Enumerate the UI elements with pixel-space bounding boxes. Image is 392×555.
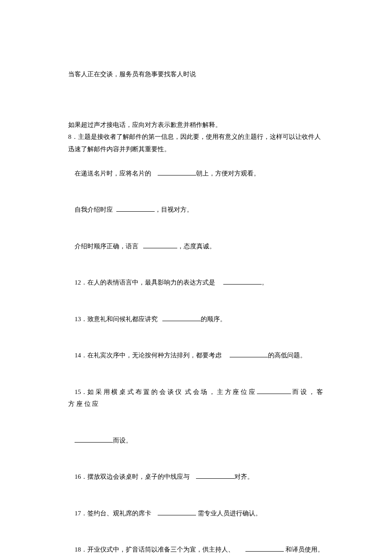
line-16: 16．摆放双边会谈桌时，桌子的中线应与 对齐。 bbox=[68, 459, 324, 495]
blank-18 bbox=[245, 545, 284, 552]
line-13-post: 的顺序。 bbox=[201, 316, 226, 322]
line-9-post: 朝上，方便对方观看。 bbox=[196, 170, 260, 177]
line-16-post: 对齐。 bbox=[234, 473, 254, 480]
line-15-pre: 15．如 采 用 横 桌 式 布 置 的 会 谈 仪 式 会 场 ， 主 方 座… bbox=[75, 388, 255, 395]
page-content: 当客人正在交谈，服务员有急事要找客人时说 如果超过声才接电话，应向对方表示歉意并… bbox=[0, 0, 392, 555]
line-14-post: 的高低问题。 bbox=[268, 352, 306, 359]
blank-15b bbox=[75, 436, 113, 443]
blank-16 bbox=[196, 472, 234, 479]
line-15a: 15．如 采 用 横 桌 式 布 置 的 会 谈 仪 式 会 场 ， 主 方 座… bbox=[68, 374, 324, 422]
line-11-pre: 介绍时顺序正确，语言 bbox=[75, 243, 138, 250]
line-17: 17．签约台、观礼席的席卡 需专业人员进行确认。 bbox=[68, 495, 324, 532]
line-14-pre: 14．在礼宾次序中，无论按何种方法排列，都要考虑 bbox=[75, 352, 222, 359]
line-11-post: ，态度真诚。 bbox=[177, 243, 216, 250]
line-17-pre: 17．签约台、观礼席的席卡 bbox=[75, 510, 151, 517]
blank-12 bbox=[223, 278, 262, 285]
line-18: 18．开业仪式中，扩音话筒以准备三个为宜，供主持人、 和译员使用。 bbox=[68, 532, 324, 555]
line-top: 当客人正在交谈，服务员有急事要找客人时说 bbox=[68, 68, 324, 81]
line-8b: 迅速了解邮件内容并判断其重要性。 bbox=[68, 143, 324, 155]
line-17-post: 需专业人员进行确认。 bbox=[196, 510, 262, 517]
line-15-post: 而设。 bbox=[113, 437, 132, 444]
line-9-pre: 在递送名片时，应将名片的 bbox=[75, 170, 151, 177]
blank-11 bbox=[143, 242, 177, 248]
line-10-pre: 自我介绍时应 bbox=[75, 206, 113, 213]
line-8a: 8．主题是接收者了解邮件的第一信息，因此要，使用有意义的主题行，这样可以让收件人 bbox=[68, 131, 324, 143]
blank-15a bbox=[257, 387, 291, 394]
line-7: 如果超过声才接电话，应向对方表示歉意并稍作解释。 bbox=[68, 119, 324, 131]
line-12: 12．在人的表情语言中，最具影响力的表达方式是 。 bbox=[68, 265, 324, 301]
blank-17 bbox=[158, 509, 196, 515]
blank-13 bbox=[162, 314, 201, 321]
line-9: 在递送名片时，应将名片的 朝上，方便对方观看。 bbox=[68, 155, 324, 192]
blank-10 bbox=[116, 205, 155, 212]
line-15b: 而设。 bbox=[68, 422, 324, 459]
line-12-post: 。 bbox=[262, 279, 268, 286]
line-14: 14．在礼宾次序中，无论按何种方法排列，都要考虑 的高低问题。 bbox=[68, 337, 324, 374]
line-10: 自我介绍时应 ，目视对方。 bbox=[68, 192, 324, 228]
line-13-pre: 13．致意礼和问候礼都应讲究 bbox=[75, 316, 158, 322]
line-11: 介绍时顺序正确，语言 ，态度真诚。 bbox=[68, 228, 324, 265]
line-12-pre: 12．在人的表情语言中，最具影响力的表达方式是 bbox=[75, 279, 215, 286]
blank-9 bbox=[158, 169, 196, 175]
line-16-pre: 16．摆放双边会谈桌时，桌子的中线应与 bbox=[75, 473, 190, 480]
line-13: 13．致意礼和问候礼都应讲究 的顺序。 bbox=[68, 301, 324, 337]
line-18-post: 和译员使用。 bbox=[284, 546, 324, 553]
line-18-pre: 18．开业仪式中，扩音话筒以准备三个为宜，供主持人、 bbox=[75, 546, 234, 553]
line-10-post: ，目视对方。 bbox=[155, 206, 193, 213]
blank-14 bbox=[230, 351, 268, 357]
